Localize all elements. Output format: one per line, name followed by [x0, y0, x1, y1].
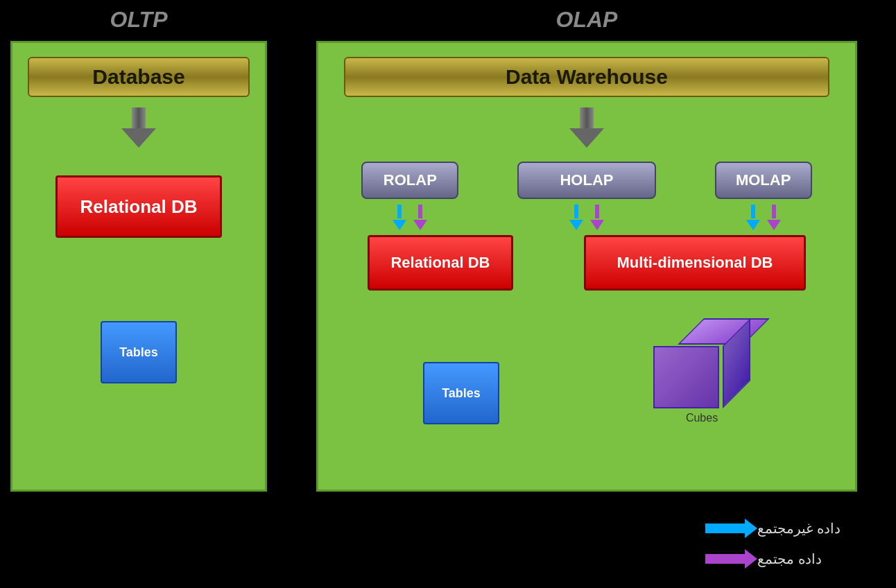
- rolap-column: ROLAP: [361, 162, 458, 232]
- oltp-relational-db: Relational DB: [55, 175, 222, 238]
- holap-purple-arrow: [590, 205, 604, 232]
- olap-arrow-down: [569, 107, 604, 148]
- legend-cyan-arrow: [705, 524, 747, 533]
- holap-cyan-arrow: [569, 205, 583, 232]
- olap-section: OLAP Data Warehouse ROLAP: [277, 0, 896, 506]
- oltp-title: OLTP: [110, 7, 168, 33]
- olap-type-row: ROLAP HOLAP: [318, 162, 855, 232]
- rolap-box: ROLAP: [361, 162, 458, 199]
- holap-column: HOLAP: [517, 162, 656, 232]
- oltp-arrow-down: [121, 107, 156, 148]
- legend-purple-arrow: [705, 554, 747, 564]
- rolap-purple-arrow: [413, 205, 427, 232]
- olap-relational-db: Relational DB: [368, 235, 513, 291]
- legend-purple: داده مجتمع: [705, 551, 841, 567]
- legend-cyan-text: داده غیرمجتمع: [757, 520, 841, 537]
- olap-multi-db: Multi-dimensional DB: [584, 235, 806, 291]
- molap-column: MOLAP: [715, 162, 812, 232]
- olap-box: Data Warehouse ROLAP: [316, 41, 857, 492]
- rolap-cyan-arrow: [393, 205, 406, 232]
- cubes-label: Cubes: [686, 412, 718, 424]
- oltp-tables-box: Tables: [101, 321, 177, 383]
- legend-area: داده غیرمجتمع داده مجتمع: [705, 520, 841, 567]
- molap-box: MOLAP: [715, 162, 812, 199]
- holap-box: HOLAP: [517, 162, 656, 199]
- molap-cyan-arrow: [746, 205, 760, 232]
- legend-purple-text: داده مجتمع: [757, 551, 822, 567]
- legend-cyan: داده غیرمجتمع: [705, 520, 841, 537]
- olap-title: OLAP: [556, 7, 618, 33]
- olap-tables-box: Tables: [423, 362, 499, 424]
- molap-purple-arrow: [767, 205, 781, 232]
- olap-datawarehouse-banner: Data Warehouse: [344, 57, 829, 97]
- cubes-shape: [653, 318, 750, 408]
- oltp-database-banner: Database: [28, 57, 250, 97]
- oltp-section: OLTP Database Relational DB Tables: [0, 0, 277, 506]
- oltp-box: Database Relational DB Tables: [10, 41, 267, 492]
